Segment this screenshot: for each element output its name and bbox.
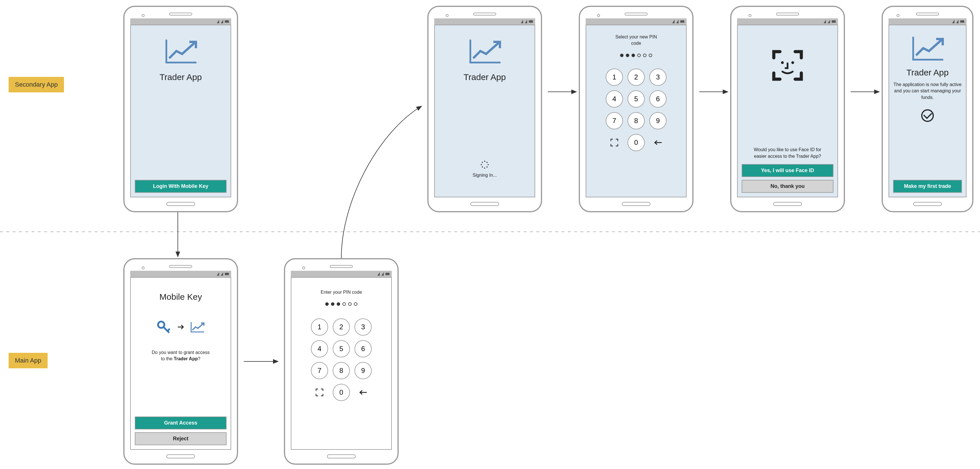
login-mobile-key-button[interactable]: Login With Mobile Key bbox=[135, 180, 227, 193]
chart-icon bbox=[466, 37, 503, 67]
phone-camera-dot bbox=[446, 14, 449, 17]
key-4[interactable]: 4 bbox=[311, 340, 328, 358]
status-bar bbox=[291, 271, 392, 277]
key-5[interactable]: 5 bbox=[627, 91, 645, 108]
pin-dots bbox=[325, 302, 357, 306]
first-trade-button[interactable]: Make my first trade bbox=[893, 180, 962, 193]
key-3[interactable]: 3 bbox=[649, 68, 667, 86]
svg-line-12 bbox=[167, 329, 170, 331]
screen: Enter your PIN code 1 2 3 4 5 6 7 8 9 0 bbox=[291, 277, 392, 450]
reject-button[interactable]: Reject bbox=[135, 432, 227, 445]
status-bar bbox=[434, 18, 535, 25]
phone-camera-dot bbox=[302, 267, 305, 269]
app-title: Trader App bbox=[463, 72, 506, 82]
key-1[interactable]: 1 bbox=[311, 318, 328, 335]
key-2[interactable]: 2 bbox=[332, 318, 350, 335]
chart-icon bbox=[909, 34, 946, 64]
no-faceid-button[interactable]: No, thank you bbox=[742, 180, 834, 193]
screen: Trader App The application is now fully … bbox=[889, 25, 967, 197]
key-backspace[interactable] bbox=[355, 384, 372, 401]
prompt-line1: Do you want to grant access bbox=[152, 350, 210, 355]
screen: Mobile Key Do you want to grant access t… bbox=[130, 277, 231, 450]
phone-camera-dot bbox=[142, 267, 145, 269]
select-pin-prompt: Select your new PIN code bbox=[610, 34, 662, 47]
checkmark-icon bbox=[921, 109, 934, 122]
arrow-right-icon bbox=[177, 324, 184, 331]
key-faceid[interactable] bbox=[606, 134, 623, 151]
phone-enter-pin: Enter your PIN code 1 2 3 4 5 6 7 8 9 0 bbox=[284, 258, 399, 465]
face-id-icon bbox=[610, 138, 619, 147]
home-button[interactable] bbox=[773, 202, 802, 206]
chart-icon bbox=[189, 320, 205, 334]
key-9[interactable]: 9 bbox=[355, 362, 372, 379]
prompt-l2-pre: to the bbox=[161, 356, 173, 361]
mobile-key-title: Mobile Key bbox=[159, 292, 202, 302]
app-title: Trader App bbox=[159, 72, 202, 82]
status-bar bbox=[585, 18, 687, 25]
yes-faceid-button[interactable]: Yes, I will use Face ID bbox=[742, 164, 834, 177]
key-5[interactable]: 5 bbox=[332, 340, 350, 358]
success-desc: The application is now fully active and … bbox=[893, 81, 962, 101]
home-button[interactable] bbox=[622, 202, 651, 206]
main-app-label: Main App bbox=[9, 353, 48, 368]
screen: Would you like to use Face ID for easier… bbox=[737, 25, 838, 197]
keypad: 1 2 3 4 5 6 7 8 9 0 bbox=[311, 318, 372, 401]
screen: Trader App Login With Mobile Key bbox=[130, 25, 231, 197]
status-bar bbox=[130, 18, 231, 25]
app-title: Trader App bbox=[906, 68, 948, 78]
phone-speaker bbox=[776, 13, 799, 16]
phone-camera-dot bbox=[749, 14, 751, 17]
prompt-l2-suf: ? bbox=[198, 356, 200, 361]
key-0[interactable]: 0 bbox=[332, 384, 350, 401]
phone-camera-dot bbox=[597, 14, 600, 17]
status-bar bbox=[889, 18, 967, 25]
phone-trader-signing-in: Trader App Signing In... bbox=[427, 6, 542, 212]
key-faceid[interactable] bbox=[311, 384, 328, 401]
label-text: Secondary App bbox=[15, 81, 58, 88]
key-2[interactable]: 2 bbox=[627, 68, 645, 86]
key-8[interactable]: 8 bbox=[627, 112, 645, 129]
key-6[interactable]: 6 bbox=[355, 340, 372, 358]
key-4[interactable]: 4 bbox=[606, 91, 623, 108]
key-7[interactable]: 7 bbox=[606, 112, 623, 129]
prompt-l2-bold: Trader App bbox=[174, 356, 198, 361]
key-9[interactable]: 9 bbox=[649, 112, 667, 129]
key-icon bbox=[156, 319, 172, 335]
home-button[interactable] bbox=[327, 455, 356, 458]
backspace-icon bbox=[654, 140, 662, 145]
key-8[interactable]: 8 bbox=[332, 362, 350, 379]
phone-speaker bbox=[473, 13, 496, 16]
screen: Trader App Signing In... bbox=[434, 25, 535, 197]
svg-point-10 bbox=[158, 321, 164, 328]
phone-camera-dot bbox=[142, 14, 145, 17]
key-backspace[interactable] bbox=[649, 134, 667, 151]
face-id-icon bbox=[315, 388, 324, 397]
screen: Select your new PIN code 1 2 3 4 5 6 7 8… bbox=[585, 25, 687, 197]
key-3[interactable]: 3 bbox=[355, 318, 372, 335]
chart-icon bbox=[162, 37, 199, 67]
phone-select-pin: Select your new PIN code 1 2 3 4 5 6 7 8… bbox=[579, 6, 694, 212]
home-button[interactable] bbox=[166, 455, 195, 458]
face-id-icon bbox=[770, 48, 805, 83]
svg-point-9 bbox=[791, 61, 794, 64]
secondary-app-label: Secondary App bbox=[9, 77, 64, 92]
phone-speaker bbox=[625, 13, 648, 16]
home-button[interactable] bbox=[913, 202, 942, 206]
phone-mobilekey-grant: Mobile Key Do you want to grant access t… bbox=[123, 258, 238, 465]
home-button[interactable] bbox=[470, 202, 499, 206]
label-text: Main App bbox=[15, 357, 41, 364]
key-6[interactable]: 6 bbox=[649, 91, 667, 108]
faceid-prompt-text: Would you like to use Face ID for easier… bbox=[750, 146, 825, 159]
keypad: 1 2 3 4 5 6 7 8 9 0 bbox=[606, 68, 667, 151]
grant-access-button[interactable]: Grant Access bbox=[135, 417, 227, 429]
phone-camera-dot bbox=[897, 14, 899, 17]
loading-spinner-icon bbox=[480, 161, 489, 169]
phone-speaker bbox=[169, 265, 192, 268]
key-1[interactable]: 1 bbox=[606, 68, 623, 86]
svg-point-8 bbox=[781, 61, 784, 64]
home-button[interactable] bbox=[166, 202, 195, 206]
key-7[interactable]: 7 bbox=[311, 362, 328, 379]
phone-trader-login: Trader App Login With Mobile Key bbox=[123, 6, 238, 212]
phone-speaker bbox=[330, 265, 353, 268]
key-0[interactable]: 0 bbox=[627, 134, 645, 151]
